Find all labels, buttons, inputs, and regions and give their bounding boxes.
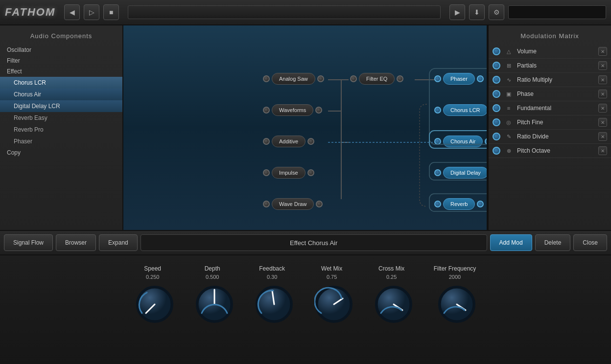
add-mod-button[interactable]: Add Mod [490, 234, 532, 251]
node-dot-right[interactable] [485, 138, 488, 145]
mod-close-volume[interactable]: ✕ [598, 47, 607, 56]
node-wave-draw[interactable]: Wave Draw [263, 198, 323, 210]
node-dot-left[interactable] [263, 169, 270, 176]
node-impulse[interactable]: Impulse [263, 167, 314, 179]
sidebar-item-phaser[interactable]: Phaser [0, 136, 122, 147]
node-pill-chorus-air[interactable]: Chorus Air [443, 136, 483, 147]
sidebar-item-reverb-easy[interactable]: Reverb Easy [0, 112, 122, 124]
knob-feedback[interactable] [255, 285, 290, 320]
knob-depth[interactable] [195, 285, 230, 320]
mod-label-pitch-octave[interactable]: Pitch Octave [517, 147, 595, 154]
node-dot-right[interactable] [307, 169, 314, 176]
mod-close-ratio-divide[interactable]: ✕ [598, 132, 607, 141]
mod-close-fundamental[interactable]: ✕ [598, 104, 607, 113]
node-dot-right[interactable] [397, 75, 403, 82]
node-chorus-lcr[interactable]: Chorus LCR [434, 104, 488, 116]
mod-dot-phase[interactable] [493, 90, 500, 98]
node-waveforms[interactable]: Waveforms [263, 104, 322, 116]
mod-dot-ratio-multiply[interactable] [493, 76, 500, 84]
node-dot-left[interactable] [434, 138, 441, 145]
signal-flow-button[interactable]: Signal Flow [4, 234, 53, 251]
mod-row-pitch-octave: ⊗ Pitch Octave ✕ [489, 144, 611, 158]
mod-dot-volume[interactable] [493, 47, 500, 55]
node-pill-digital-delay[interactable]: Digital Delay [443, 167, 488, 179]
node-additive[interactable]: Additive [263, 136, 314, 147]
node-pill-reverb-1[interactable]: Reverb [443, 198, 475, 210]
node-dot-right[interactable] [317, 75, 324, 82]
mod-label-fundamental[interactable]: Fundamental [517, 105, 595, 112]
mod-close-phase[interactable]: ✕ [598, 90, 607, 98]
node-dot-right[interactable] [316, 201, 323, 207]
node-pill-wave-draw[interactable]: Wave Draw [272, 198, 314, 210]
sidebar-item-reverb-pro[interactable]: Reverb Pro [0, 124, 122, 136]
mod-label-volume[interactable]: Volume [517, 48, 595, 55]
node-pill-waveforms[interactable]: Waveforms [272, 104, 313, 116]
knob-speed[interactable] [135, 285, 170, 320]
node-pill-filter-eq[interactable]: Filter EQ [359, 73, 395, 85]
node-chorus-air[interactable]: Chorus Air [434, 136, 488, 147]
node-dot-left[interactable] [263, 201, 270, 207]
expand-button[interactable]: Expand [99, 234, 138, 251]
mod-row-pitch-fine: ◎ Pitch Fine ✕ [489, 115, 611, 130]
node-dot-left[interactable] [434, 75, 441, 82]
knob-cross-mix[interactable] [374, 285, 409, 320]
knob-filter-freq[interactable] [437, 285, 472, 320]
node-pill-additive[interactable]: Additive [272, 136, 306, 147]
node-digital-delay[interactable]: Digital Delay [434, 167, 488, 179]
mod-label-ratio-multiply[interactable]: Ratio Multiply [517, 76, 595, 83]
node-pill-impulse[interactable]: Impulse [272, 167, 306, 179]
mod-label-ratio-divide[interactable]: Ratio Divide [517, 133, 595, 140]
close-button[interactable]: Close [573, 234, 607, 251]
knob-label-feedback: Feedback [259, 265, 285, 272]
mod-dot-partials[interactable] [493, 62, 500, 69]
forward-button[interactable]: ▷ [84, 4, 99, 20]
node-pill-phaser[interactable]: Phaser [443, 73, 475, 85]
mod-close-pitch-fine[interactable]: ✕ [598, 118, 607, 127]
back-button[interactable]: ◀ [64, 4, 80, 20]
node-reverb-1[interactable]: Reverb [434, 198, 484, 210]
node-dot-right[interactable] [315, 107, 322, 114]
sidebar-item-effect[interactable]: Effect [0, 66, 122, 77]
sidebar-item-chorus-air[interactable]: Chorus Air [0, 89, 122, 100]
sidebar-item-digital-delay-lcr[interactable]: Digital Delay LCR [0, 100, 122, 112]
node-dot-left[interactable] [434, 169, 441, 176]
mod-dot-fundamental[interactable] [493, 104, 500, 112]
knob-group-depth: Depth 0.500 [195, 265, 230, 320]
node-analog-saw[interactable]: Analog Saw [263, 73, 324, 85]
delete-button[interactable]: Delete [535, 234, 571, 251]
node-dot-left[interactable] [434, 201, 441, 207]
mod-close-ratio-multiply[interactable]: ✕ [598, 75, 607, 84]
node-dot-right[interactable] [477, 75, 484, 82]
mod-close-partials[interactable]: ✕ [598, 61, 607, 70]
pitch-fine-icon: ◎ [503, 118, 514, 126]
node-dot-left[interactable] [263, 107, 270, 114]
record-button[interactable]: ⬇ [469, 4, 485, 20]
sidebar-item-chorus-lcr[interactable]: Chorus LCR [0, 77, 122, 89]
loop-button[interactable]: ⚙ [489, 4, 504, 20]
mod-dot-pitch-octave[interactable] [493, 147, 500, 155]
node-phaser[interactable]: Phaser [434, 73, 484, 85]
browser-button[interactable]: Browser [56, 234, 96, 251]
sidebar-item-filter[interactable]: Filter [0, 55, 122, 66]
sidebar-copy[interactable]: Copy [0, 147, 122, 158]
node-pill-chorus-lcr[interactable]: Chorus LCR [443, 104, 488, 116]
node-dot-left[interactable] [263, 138, 270, 145]
mod-dot-ratio-divide[interactable] [493, 133, 500, 140]
node-dot-left[interactable] [350, 75, 357, 82]
stop-button[interactable]: ■ [103, 4, 119, 20]
mod-dot-pitch-fine[interactable] [493, 118, 500, 126]
mod-label-partials[interactable]: Partials [517, 62, 595, 69]
mod-label-pitch-fine[interactable]: Pitch Fine [517, 119, 595, 126]
node-dot-left[interactable] [263, 75, 270, 82]
sidebar-item-oscillator[interactable]: Oscillator [0, 45, 122, 55]
node-dot-right[interactable] [307, 138, 314, 145]
node-dot-right[interactable] [477, 201, 484, 207]
node-pill-analog-saw[interactable]: Analog Saw [272, 73, 315, 85]
node-filter-eq[interactable]: Filter EQ [350, 73, 403, 85]
mod-close-pitch-octave[interactable]: ✕ [598, 146, 607, 155]
ratio-divide-icon: ✎ [503, 133, 514, 140]
play-button[interactable]: ▶ [449, 4, 465, 20]
node-dot-left[interactable] [434, 107, 441, 114]
knob-wet-mix[interactable] [314, 285, 350, 320]
mod-label-phase[interactable]: Phase [517, 91, 595, 97]
